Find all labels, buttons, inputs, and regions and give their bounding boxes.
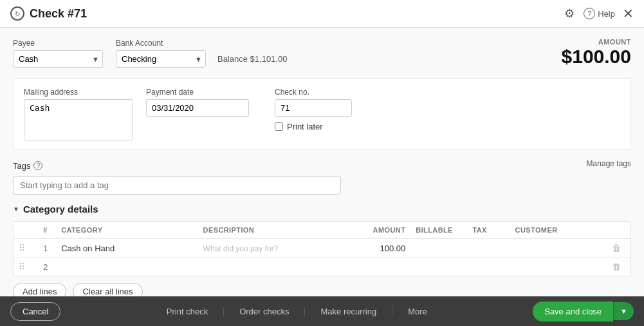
tag-input[interactable] <box>13 176 341 195</box>
delete-row-1[interactable]: 🗑 <box>602 239 630 258</box>
trash-icon: 🗑 <box>612 243 621 253</box>
payment-date-label: Payment date <box>146 88 249 97</box>
address-row: Mailing address Cash Payment date Check … <box>24 88 620 140</box>
delete-row-2[interactable]: 🗑 <box>602 258 630 276</box>
drag-handle-1[interactable]: ⠿ <box>14 239 35 258</box>
customer-cell-1[interactable] <box>510 239 602 258</box>
billable-cell-1[interactable] <box>410 239 467 258</box>
print-later-row: Print later <box>275 122 352 131</box>
mailing-address-label: Mailing address <box>24 88 133 97</box>
drag-handle-2[interactable]: ⠿ <box>14 258 35 276</box>
table-header-row: # CATEGORY DESCRIPTION AMOUNT BILLABLE <box>14 222 630 239</box>
payee-select[interactable]: Cash <box>13 50 103 68</box>
check-no-group: Check no. <box>275 88 352 117</box>
check-icon: ↻ <box>10 6 24 21</box>
tags-section: Tags ? Manage tags <box>13 159 631 195</box>
bank-account-label: Bank Account <box>116 39 287 48</box>
col-hash-header: # <box>35 222 56 239</box>
table-row: ⠿ 1 Cash on Hand What did you pay for? 1… <box>14 239 630 258</box>
bank-account-select-wrapper: Checking ▼ <box>116 50 206 68</box>
customer-cell-2[interactable] <box>510 258 602 276</box>
table-body: ⠿ 1 Cash on Hand What did you pay for? 1… <box>14 239 630 276</box>
order-checks-link[interactable]: Order checks <box>224 307 305 316</box>
help-label: Help <box>598 9 615 19</box>
col-delete-header <box>602 222 630 239</box>
drag-dots-icon: ⠿ <box>19 243 25 253</box>
make-recurring-link[interactable]: Make recurring <box>305 307 392 316</box>
row-num-1: 1 <box>35 239 56 258</box>
top-form-row: Payee Cash ▼ Bank Account Checking ▼ Bal… <box>13 38 631 68</box>
col-customer-header: CUSTOMER <box>510 222 602 239</box>
header-left: ↻ Check #71 <box>10 6 87 21</box>
main-content: Payee Cash ▼ Bank Account Checking ▼ Bal… <box>0 28 644 296</box>
payee-label: Payee <box>13 39 103 48</box>
col-billable-header: BILLABLE <box>410 222 467 239</box>
payee-group: Payee Cash ▼ <box>13 39 103 68</box>
settings-icon[interactable]: ⚙ <box>563 7 576 20</box>
payment-date-group: Payment date <box>146 88 249 117</box>
collapse-triangle-icon: ▼ <box>13 206 19 213</box>
tags-label: Tags <box>13 161 30 171</box>
col-drag-header <box>14 222 35 239</box>
chevron-down-icon: ▼ <box>620 307 627 315</box>
amount-value: $100.00 <box>562 46 631 68</box>
billable-cell-2[interactable] <box>410 258 467 276</box>
col-amount-header: AMOUNT <box>340 222 410 239</box>
amount-display: AMOUNT $100.00 <box>562 38 631 68</box>
payment-date-input[interactable] <box>146 99 249 117</box>
print-later-checkbox[interactable] <box>275 122 283 131</box>
more-link[interactable]: More <box>392 307 443 316</box>
bank-account-group: Bank Account Checking ▼ Balance $1,101.0… <box>116 39 287 68</box>
table-row: ⠿ 2 🗑 <box>14 258 630 276</box>
description-cell-2[interactable] <box>198 258 340 276</box>
category-cell-2[interactable] <box>56 258 198 276</box>
header-actions: ⚙ ? Help ✕ <box>563 7 634 20</box>
drag-dots-icon: ⠿ <box>19 262 25 272</box>
tax-cell-2[interactable] <box>467 258 510 276</box>
trash-icon: 🗑 <box>612 262 621 272</box>
mailing-address-input[interactable]: Cash <box>24 99 133 140</box>
category-cell-1[interactable]: Cash on Hand <box>56 239 198 258</box>
check-section: Check no. Print later <box>275 88 352 131</box>
save-close-wrapper: Save and close ▼ <box>533 302 634 321</box>
amount-cell-1[interactable]: 100.00 <box>340 239 410 258</box>
col-category-header: CATEGORY <box>56 222 198 239</box>
header: ↻ Check #71 ⚙ ? Help ✕ <box>0 0 644 28</box>
check-no-input[interactable] <box>275 99 352 117</box>
print-later-label: Print later <box>287 122 323 131</box>
check-no-label: Check no. <box>275 88 352 97</box>
amount-cell-2[interactable] <box>340 258 410 276</box>
manage-tags-link[interactable]: Manage tags <box>587 159 631 168</box>
cancel-button[interactable]: Cancel <box>10 302 60 321</box>
footer-center: Print check Order checks Make recurring … <box>60 307 533 316</box>
col-tax-header: TAX <box>467 222 510 239</box>
category-details-section: ▼ Category details # CATEGORY DESCRI <box>13 204 631 296</box>
print-check-link[interactable]: Print check <box>151 307 224 316</box>
tags-header: Tags ? Manage tags <box>13 159 631 172</box>
save-dropdown-button[interactable]: ▼ <box>613 302 634 320</box>
payee-select-wrapper: Cash ▼ <box>13 50 103 68</box>
balance-display: Balance $1,101.00 <box>217 54 287 64</box>
category-details-label: Category details <box>23 204 98 215</box>
mailing-address-group: Mailing address Cash <box>24 88 133 140</box>
close-button[interactable]: ✕ <box>623 7 634 20</box>
tags-info-icon[interactable]: ? <box>33 161 42 170</box>
description-cell-1[interactable]: What did you pay for? <box>198 239 340 258</box>
bank-account-select[interactable]: Checking <box>116 50 206 68</box>
category-table: # CATEGORY DESCRIPTION AMOUNT BILLABLE <box>14 222 630 276</box>
add-lines-button[interactable]: Add lines <box>13 283 66 296</box>
table-actions: Add lines Clear all lines <box>13 283 631 296</box>
footer: Cancel Print check Order checks Make rec… <box>0 296 644 326</box>
category-table-wrapper: # CATEGORY DESCRIPTION AMOUNT BILLABLE <box>13 221 631 276</box>
save-close-button[interactable]: Save and close <box>533 302 613 321</box>
clear-all-button[interactable]: Clear all lines <box>73 283 142 296</box>
page-title: Check #71 <box>30 7 87 21</box>
help-button[interactable]: ? Help <box>584 8 615 19</box>
tax-cell-1[interactable] <box>467 239 510 258</box>
address-form-section: Mailing address Cash Payment date Check … <box>13 78 631 150</box>
amount-label: AMOUNT <box>562 38 631 46</box>
row-num-2: 2 <box>35 258 56 276</box>
category-details-title[interactable]: ▼ Category details <box>13 204 631 215</box>
col-description-header: DESCRIPTION <box>198 222 340 239</box>
help-circle-icon: ? <box>584 8 595 19</box>
